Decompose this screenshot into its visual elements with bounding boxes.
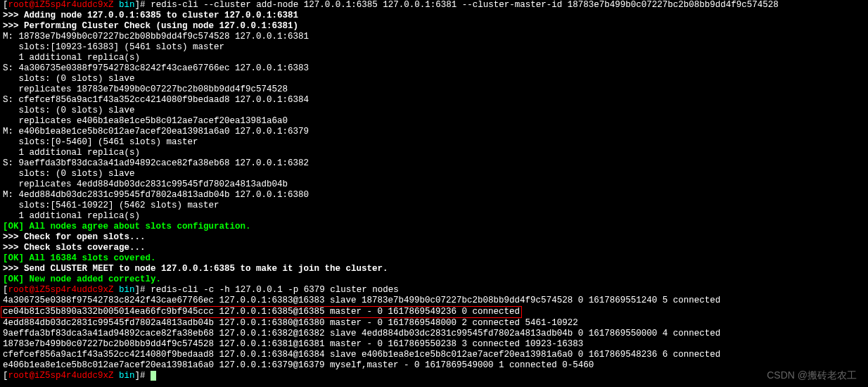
output-line: >>> Adding node 127.0.0.1:6385 to cluste… [3, 11, 865, 21]
output-line: replicates e406b1ea8e1ce5b8c012ae7acef20… [3, 116, 865, 127]
output-line: S: cfefcef856a9ac1f43a352cc4214080f9beda… [3, 95, 865, 106]
prompt-line-3[interactable]: [root@iZ5sp4r4uddc9xZ bin]# [3, 371, 865, 381]
cluster-node-line: 4edd884db03dc2831c99545fd7802a4813adb04b… [3, 318, 865, 329]
output-line: S: 4a306735e0388f97542783c8242f43cae6776… [3, 63, 865, 74]
output-line: 1 additional replica(s) [3, 211, 865, 222]
output-line: replicates 4edd884db03dc2831c99545fd7802… [3, 179, 865, 190]
output-line: S: 9aeffda3bf83dca3a41ad94892cace82fa38e… [3, 158, 865, 169]
cluster-node-line: 9aeffda3bf83dca3a41ad94892cace82fa38eb68… [3, 329, 865, 339]
output-line: >>> Performing Cluster Check (using node… [3, 21, 865, 32]
prompt-user: root [8, 0, 30, 10]
output-line: >>> Check slots coverage... [3, 243, 865, 253]
ok-line: [OK] New node added correctly. [3, 274, 865, 285]
prompt-line-2[interactable]: [root@iZ5sp4r4uddc9xZ bin]# redis-cli -c… [3, 285, 865, 296]
prompt-path: bin [119, 0, 135, 10]
command-1: redis-cli --cluster add-node 127.0.0.1:6… [151, 0, 779, 10]
cluster-node-line: 4a306735e0388f97542783c8242f43cae67766ec… [3, 296, 865, 306]
ok-line: [OK] All 16384 slots covered. [3, 253, 865, 264]
output-line: 1 additional replica(s) [3, 53, 865, 63]
output-line: slots:[5461-10922] (5462 slots) master [3, 201, 865, 211]
output-line: replicates 18783e7b499b0c07227bc2b08bb9d… [3, 84, 865, 95]
cluster-node-line: 18783e7b499b0c07227bc2b08bb9dd4f9c574528… [3, 339, 865, 350]
prompt-line-1[interactable]: [root@iZ5sp4r4uddc9xZ bin]# redis-cli --… [3, 0, 865, 11]
watermark: CSDN @搬砖老农工 [767, 369, 857, 381]
ok-line: [OK] All nodes agree about slots configu… [3, 222, 865, 232]
output-line: slots: (0 slots) slave [3, 74, 865, 84]
highlighted-node: ce04b81c35b890a332b005014ea66fc9bf945ccc… [3, 306, 865, 318]
output-line: >>> Send CLUSTER MEET to node 127.0.0.1:… [3, 264, 865, 274]
output-line: >>> Check for open slots... [3, 232, 865, 243]
output-line: M: 4edd884db03dc2831c99545fd7802a4813adb… [3, 190, 865, 201]
highlight-box: ce04b81c35b890a332b005014ea66fc9bf945ccc… [1, 306, 522, 318]
cluster-node-line: e406b1ea8e1ce5b8c012ae7acef20ea13981a6a0… [3, 360, 865, 371]
output-line: slots: (0 slots) slave [3, 106, 865, 116]
cursor [151, 371, 156, 381]
output-line: M: 18783e7b499b0c07227bc2b08bb9dd4f9c574… [3, 32, 865, 42]
output-line: slots:[10923-16383] (5461 slots) master [3, 42, 865, 53]
cluster-node-line: cfefcef856a9ac1f43a352cc4214080f9bedaad8… [3, 350, 865, 360]
output-line: slots: (0 slots) slave [3, 169, 865, 179]
output-line: 1 additional replica(s) [3, 148, 865, 158]
output-line: M: e406b1ea8e1ce5b8c012ae7acef20ea13981a… [3, 127, 865, 137]
output-line: slots:[0-5460] (5461 slots) master [3, 137, 865, 148]
command-2: redis-cli -c -h 127.0.0.1 -p 6379 cluste… [151, 285, 399, 295]
